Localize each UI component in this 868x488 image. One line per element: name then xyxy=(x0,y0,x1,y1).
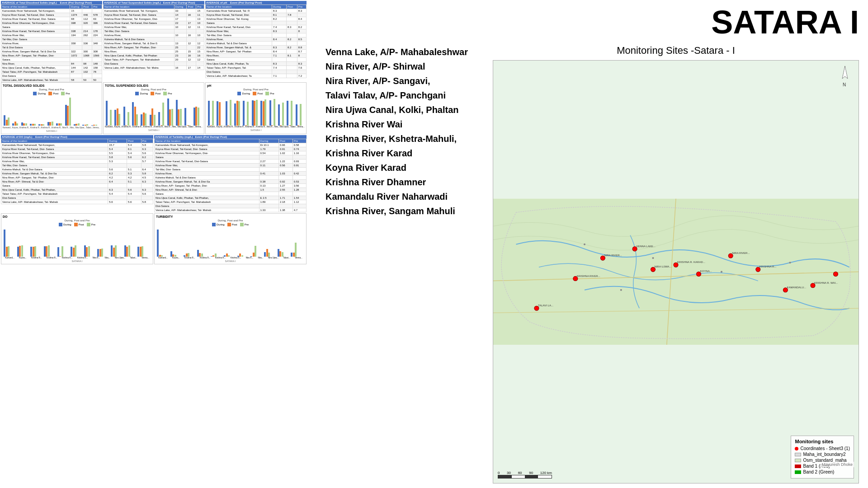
pre-bar xyxy=(86,124,88,126)
table-row: Kamandalu River Naharwadi, Tal-Koregaon,… xyxy=(155,143,307,147)
bar-group xyxy=(184,108,193,126)
do-col-during: During xyxy=(108,139,127,143)
table-row: Venna Lake, A/P- Mahabaleshwar, Tal- Mah… xyxy=(1,200,153,204)
ph-table-title: AVERAGE of pH Event (Pre/ During/ Post) xyxy=(205,1,307,5)
pre-bar xyxy=(95,125,97,126)
pre-bar xyxy=(118,114,120,126)
map-svg: TALAVI LA... KRISHNA RIVER... NIRA RIVER… xyxy=(493,61,859,483)
legend-band2-rect xyxy=(795,470,801,474)
bar-group xyxy=(237,253,250,257)
during-bar xyxy=(234,103,236,126)
table-row: Kshetra-Mahuli, Tal & Dist-Satara xyxy=(104,38,204,42)
pre-bar xyxy=(60,123,62,126)
post-bar xyxy=(239,253,241,257)
bar-group xyxy=(44,245,57,257)
pre-bar xyxy=(154,115,156,126)
bar-group xyxy=(184,253,197,257)
during-bar xyxy=(278,249,279,257)
table-row: Satara xyxy=(206,21,307,25)
bar-group xyxy=(111,245,124,257)
during-bar xyxy=(82,125,84,126)
pre-bar xyxy=(142,246,143,257)
table-row: Dist-Satara xyxy=(1,74,102,78)
pre-bar xyxy=(75,245,76,257)
table-row: Tal-Wai, Dist- Satara xyxy=(1,38,102,42)
during-bar xyxy=(217,101,218,126)
svg-point-8 xyxy=(789,262,791,263)
svg-text:NIRA RIVER...: NIRA RIVER... xyxy=(732,252,750,254)
main-title: SATARA I xyxy=(316,5,859,40)
bar-group xyxy=(141,113,149,126)
post-bar xyxy=(236,101,238,126)
svg-point-6 xyxy=(721,271,722,273)
bar-group xyxy=(137,246,151,257)
top-charts-row: TOTAL DISSOLVED SOLIDS During, Post and … xyxy=(1,82,307,134)
table-row: Kamandalu River Naharwadi, Tal- Koregaon… xyxy=(104,9,204,13)
table-row: Nira River, A/P- Shirwal, Tal & Dist-6.4… xyxy=(1,180,153,184)
pre-bar xyxy=(101,249,103,257)
table-row: Satara xyxy=(1,25,102,29)
table-row: Nira River, A/P- Sangavi, Tal- Phaltan, … xyxy=(1,176,153,180)
do-col-pre: Pre xyxy=(141,139,153,143)
post-bar xyxy=(293,253,295,257)
pre-bar xyxy=(300,104,302,126)
table-row: Koyna River Karad, Tal-Karad, Dist- Sata… xyxy=(155,147,307,151)
right-panel: SATARA I Venna Lake, A/P- MahabaleshwarN… xyxy=(307,0,868,488)
ph-col-name: Name of the location xyxy=(206,5,272,9)
list-item: Krishna River Karad xyxy=(326,146,488,160)
table-row: Tal-Wai, Dist- Satara xyxy=(155,168,307,172)
svg-text:N: N xyxy=(843,82,846,87)
bar-group xyxy=(287,101,295,126)
list-item: Venna Lake, A/P- Mahabaleshwar xyxy=(326,45,488,59)
post-bar xyxy=(58,123,60,126)
during-bar xyxy=(296,104,297,126)
tds-col-name: Name of the location xyxy=(1,5,70,9)
post-bar xyxy=(143,113,145,126)
pre-bar xyxy=(16,123,18,126)
table-row: Krishna River, Sangam Mahuli, Tal. &8.38… xyxy=(206,46,307,50)
bar-group xyxy=(296,104,304,126)
bar-group xyxy=(12,122,20,126)
table-row: Dist-Satara xyxy=(1,196,153,200)
bar-group xyxy=(84,245,97,257)
table-row: Nira River, A/P- Sangavi, Tal- Phaltan, … xyxy=(104,46,204,50)
post-bar xyxy=(86,247,88,257)
table-row: Krishna River Wai,194262224 xyxy=(1,33,102,38)
during-bar xyxy=(21,122,23,126)
post-bar xyxy=(73,248,75,257)
table-row: Venna Lake, A/P- Mahabaleshwar, Tal- Mah… xyxy=(1,78,102,82)
pre-bar xyxy=(136,114,138,126)
svg-text:NIRA UJWA...: NIRA UJWA... xyxy=(655,266,672,268)
bar-group xyxy=(74,123,82,126)
post-bar xyxy=(46,246,47,257)
svg-text:KRISHNA R. KARAD...: KRISHNA R. KARAD... xyxy=(677,261,705,263)
svg-text:NIRA RIVER...: NIRA RIVER... xyxy=(604,254,622,257)
scale-bar-inner xyxy=(498,475,552,479)
do-table-title: AFERAGE of DO (mg/L) Event (Pre/ During/… xyxy=(1,135,153,139)
post-bar xyxy=(117,108,118,126)
pre-bar xyxy=(162,103,164,126)
svg-point-7 xyxy=(620,289,622,291)
tds-chart-footer: SATARA I xyxy=(3,130,100,132)
bar-group xyxy=(91,125,99,126)
during-bar xyxy=(12,123,14,126)
bar-group xyxy=(97,249,110,257)
title-section: SATARA I xyxy=(316,5,859,40)
pre-bar xyxy=(215,253,217,257)
during-bar xyxy=(30,124,32,126)
north-arrow: N xyxy=(836,65,854,89)
table-row: Kshetra-Mahuli, Tal & Dist-Satara xyxy=(155,176,307,180)
table-row: Talavi Talav, A/P- Panchgani, Tal-7.47.6 xyxy=(206,66,307,70)
table-row: Krishna River Dhamner, Tal- Koregaon, Di… xyxy=(104,17,204,21)
list-item: Krishna River, Kshetra-Mahuli, xyxy=(326,131,488,146)
bar-group xyxy=(21,122,29,126)
bar-group xyxy=(56,123,64,126)
during-bar xyxy=(137,247,139,257)
left-panel: AVERAGE of Total Dissolved Solids (mg/L)… xyxy=(0,0,307,488)
post-bar xyxy=(6,247,8,257)
during-bar xyxy=(278,104,280,126)
table-row: Talavi Talav, A/P- Panchgani, Tal- Mahab… xyxy=(1,70,102,74)
pre-bar xyxy=(25,123,27,126)
bar-group xyxy=(57,246,71,257)
bar-group xyxy=(47,122,56,126)
